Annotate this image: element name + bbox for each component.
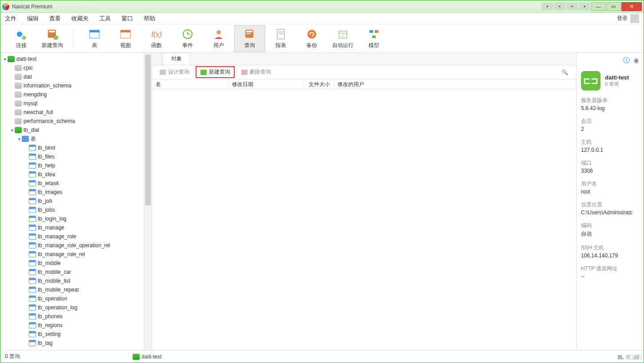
- tree-table-tb_help[interactable]: ▸tb_help: [0, 161, 144, 170]
- col-user[interactable]: 修改的用户: [334, 79, 576, 89]
- new-query-button[interactable]: 新建查询: [196, 66, 235, 78]
- tree-table-tb_manage_role_rel[interactable]: ▸tb_manage_role_rel: [0, 250, 144, 259]
- toolbar-table[interactable]: 表: [79, 25, 110, 52]
- main-toolbar: +连接+新建查询表视图f(x)函数事件用户查询报表备份✓自动运行模型: [0, 24, 644, 53]
- toolbar-report[interactable]: 报表: [265, 25, 296, 52]
- menu-edit[interactable]: 编辑: [27, 15, 39, 23]
- eye-icon[interactable]: ◉: [633, 56, 639, 65]
- tree-table-tb_manage_role[interactable]: ▸tb_manage_role: [0, 232, 144, 241]
- tree-table-tb_regions[interactable]: ▸tb_regions: [0, 321, 144, 330]
- tree-db-dati[interactable]: ▸dati: [0, 72, 144, 81]
- menu-favorites[interactable]: 收藏夹: [71, 15, 89, 23]
- tree-table-tb_mobile_repeat[interactable]: ▸tb_mobile_repeat: [0, 285, 144, 294]
- tree-item-label: 表: [31, 135, 36, 143]
- col-size[interactable]: 文件大小: [303, 79, 334, 89]
- toolbar-label: 备份: [306, 42, 317, 49]
- menu-view[interactable]: 查看: [49, 15, 61, 23]
- maximize-button[interactable]: ▭: [606, 2, 620, 11]
- toolbar-new-query[interactable]: +新建查询: [37, 25, 68, 52]
- tree-table-tb_mobile_car[interactable]: ▸tb_mobile_car: [0, 268, 144, 276]
- sidebar: ▾daiti-test▸cpic▸dati▸information_schema…: [0, 53, 152, 350]
- toolbar-label: 自动运行: [332, 42, 353, 49]
- toolbar-query[interactable]: 查询: [234, 25, 265, 52]
- login-link[interactable]: 登录: [617, 15, 628, 22]
- menu-file[interactable]: 文件: [5, 15, 16, 23]
- caret-icon[interactable]: ▾: [9, 128, 15, 133]
- tree-table-tb_manage[interactable]: ▸tb_manage: [0, 223, 144, 232]
- tree-table-tb_login_log[interactable]: ▸tb_login_log: [0, 214, 144, 223]
- toolbar-plug[interactable]: +连接: [6, 25, 37, 52]
- toolbar-label: 函数: [151, 42, 162, 49]
- svg-rect-27: [369, 30, 373, 33]
- status-connection[interactable]: daiti-test: [133, 354, 161, 360]
- menu-tools[interactable]: 工具: [99, 15, 111, 23]
- tree-table-tb_idea[interactable]: ▸tb_idea: [0, 170, 144, 179]
- tree-item-label: information_schema: [24, 83, 71, 89]
- scroll-thumb[interactable]: [145, 55, 151, 205]
- tree-item-icon: [29, 207, 36, 213]
- tree-table-tb_ietask[interactable]: ▸tb_ietask: [0, 179, 144, 188]
- tree-item-label: tb_manage: [38, 225, 64, 231]
- tree-item-label: tb_job: [38, 198, 52, 204]
- menu-help[interactable]: 帮助: [144, 15, 155, 23]
- tree-item-icon: [22, 136, 29, 142]
- tree-connection[interactable]: ▾daiti-test: [0, 55, 144, 63]
- aux-button-2[interactable]: •: [554, 2, 565, 10]
- design-query-button[interactable]: 设计查询: [156, 67, 193, 77]
- tree-db-open[interactable]: ▾tb_dial: [0, 126, 144, 134]
- tree-tables-node[interactable]: ▾表: [0, 134, 144, 143]
- tree-table-tb_setting[interactable]: ▸tb_setting: [0, 330, 144, 339]
- avatar-icon[interactable]: [630, 14, 639, 23]
- minimize-button[interactable]: —: [591, 2, 605, 11]
- svg-text:+: +: [23, 36, 25, 40]
- close-button[interactable]: ✕: [621, 2, 642, 11]
- tree-table-tb_job[interactable]: ▸tb_job: [0, 197, 144, 205]
- toolbar-view[interactable]: 视图: [110, 25, 141, 52]
- caret-icon[interactable]: ▾: [2, 57, 8, 62]
- info-icon[interactable]: ⓘ: [623, 56, 630, 65]
- tree-table-tb_images[interactable]: ▸tb_images: [0, 188, 144, 197]
- tree-table-tb_bind[interactable]: ▸tb_bind: [0, 143, 144, 152]
- info-kv: SSH 主机106.14.140.179: [581, 244, 639, 259]
- tree-table-tb_files[interactable]: ▸tb_files: [0, 152, 144, 161]
- tree-table-tb_middle[interactable]: ▸tb_middle: [0, 259, 144, 268]
- tree-db-mysql[interactable]: ▸mysql: [0, 99, 144, 108]
- delete-query-button[interactable]: 删除查询: [237, 67, 275, 77]
- aux-button-4[interactable]: •: [579, 2, 590, 10]
- search-icon[interactable]: 🔍: [557, 69, 573, 75]
- aux-button-1[interactable]: •: [542, 2, 553, 10]
- tree-db-newchat_full[interactable]: ▸newchat_full: [0, 108, 144, 117]
- toolbar-clock[interactable]: 事件: [172, 25, 203, 52]
- tree-table-tb_phones[interactable]: ▸tb_phones: [0, 312, 144, 321]
- toolbar-fx[interactable]: f(x)函数: [141, 25, 172, 52]
- tree-db-mengding[interactable]: ▸mengding: [0, 90, 144, 99]
- tree-db-performance_schema[interactable]: ▸performance_schema: [0, 117, 144, 126]
- tree-item-icon: [15, 83, 22, 89]
- status-left: 0 查询: [5, 353, 20, 360]
- menu-window[interactable]: 窗口: [122, 15, 133, 23]
- tree-item-label: tb_operation: [38, 296, 67, 302]
- col-modified[interactable]: 修改日期: [228, 79, 303, 89]
- tree-table-tb_manage_role_operation_rel[interactable]: ▸tb_manage_role_operation_rel: [0, 241, 144, 250]
- aux-button-3[interactable]: •: [566, 2, 578, 10]
- toolbar-backup[interactable]: 备份: [296, 25, 327, 52]
- toolbar-auto[interactable]: ✓自动运行: [327, 25, 358, 52]
- menubar: 文件 编辑 查看 收藏夹 工具 窗口 帮助 登录: [0, 13, 644, 24]
- caret-icon[interactable]: ▾: [16, 137, 22, 142]
- toolbar-model[interactable]: 模型: [358, 25, 389, 52]
- list-body[interactable]: [152, 89, 576, 350]
- tree-table-tb_operation[interactable]: ▸tb_operation: [0, 294, 144, 303]
- tree-table-tb_mobile_list[interactable]: ▸tb_mobile_list: [0, 276, 144, 285]
- tree-table-tb_operation_log[interactable]: ▸tb_operation_log: [0, 303, 144, 312]
- tree-db-cpic[interactable]: ▸cpic: [0, 63, 144, 72]
- table-icon: [88, 28, 101, 40]
- tab-objects[interactable]: 对象: [163, 53, 190, 65]
- col-name[interactable]: 名: [152, 79, 228, 89]
- tree-table-tb_tag[interactable]: ▸tb_tag: [0, 339, 144, 347]
- toolbar-user[interactable]: 用户: [203, 25, 234, 52]
- connection-tree[interactable]: ▾daiti-test▸cpic▸dati▸information_schema…: [0, 53, 144, 350]
- titlebar: Navicat Premium ················ • • • •…: [0, 0, 644, 13]
- tree-table-tb_jobs[interactable]: ▸tb_jobs: [0, 205, 144, 214]
- tree-scrollbar[interactable]: [144, 53, 152, 350]
- tree-db-information_schema[interactable]: ▸information_schema: [0, 81, 144, 90]
